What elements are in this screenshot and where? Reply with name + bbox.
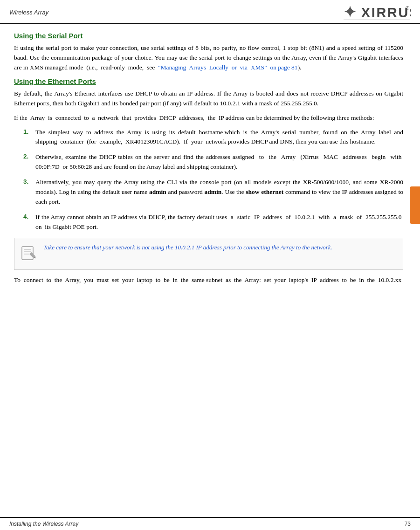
ethernet-ports-heading: Using the Ethernet Ports: [14, 77, 403, 85]
list-number-2: 2.: [23, 152, 35, 172]
header-title: Wireless Array: [9, 9, 48, 16]
note-box: Take care to ensure that your network is…: [14, 238, 403, 270]
svg-text:XIRRUS: XIRRUS: [361, 5, 411, 20]
admin-username: admin: [149, 188, 166, 195]
page-footer: Installing the Wireless Array 73: [0, 517, 420, 530]
orange-tab: [410, 186, 420, 224]
list-content-3: Alternatively, you may query the Array u…: [35, 178, 403, 207]
list-number-1: 1.: [23, 128, 35, 147]
note-icon: [21, 243, 38, 265]
svg-text:✦: ✦: [344, 4, 357, 21]
serial-port-paragraph: If using the serial port to make your co…: [14, 43, 403, 73]
page-container: Wireless Array ✦ XIRRUS ® Using the Seri…: [0, 0, 420, 530]
show-ethernet-command: show ethernet: [246, 188, 283, 195]
serial-port-heading: Using the Serial Port: [14, 32, 403, 40]
logo-area: ✦ XIRRUS ®: [344, 4, 411, 21]
main-content: Using the Serial Port If using the seria…: [0, 24, 420, 297]
svg-text:®: ®: [406, 5, 409, 11]
list-number-3: 3.: [23, 178, 35, 207]
xms-link[interactable]: "Managing Arrays Locally or via XMS" on …: [158, 64, 298, 71]
page-header: Wireless Array ✦ XIRRUS ®: [0, 0, 420, 24]
xirrus-logo-svg: ✦ XIRRUS ®: [344, 4, 411, 21]
section-serial-port: Using the Serial Port If using the seria…: [14, 32, 403, 73]
note-text: Take care to ensure that your network is…: [43, 243, 332, 252]
list-content-4: If the Array cannot obtain an IP address…: [35, 213, 403, 232]
ethernet-paragraph-2: If the Array is connected to a network t…: [14, 113, 403, 123]
list-item-2: 2. Otherwise, examine the DHCP tables on…: [23, 152, 403, 172]
final-paragraph: To connect to the Array, you must set yo…: [14, 275, 403, 285]
page-number: 73: [405, 521, 411, 527]
footer-left-text: Installing the Wireless Array: [9, 521, 78, 527]
ethernet-paragraph-1: By default, the Array's Ethernet interfa…: [14, 89, 403, 109]
list-content-2: Otherwise, examine the DHCP tables on th…: [35, 152, 403, 172]
list-item-1: 1. The simplest way to address the Array…: [23, 128, 403, 147]
section-ethernet-ports: Using the Ethernet Ports By default, the…: [14, 77, 403, 285]
list-item-4: 4. If the Array cannot obtain an IP addr…: [23, 213, 403, 232]
admin-password: admin: [205, 188, 222, 195]
list-item-3: 3. Alternatively, you may query the Arra…: [23, 178, 403, 207]
list-number-4: 4.: [23, 213, 35, 232]
methods-list: 1. The simplest way to address the Array…: [23, 128, 403, 232]
list-content-1: The simplest way to address the Array is…: [35, 128, 403, 147]
